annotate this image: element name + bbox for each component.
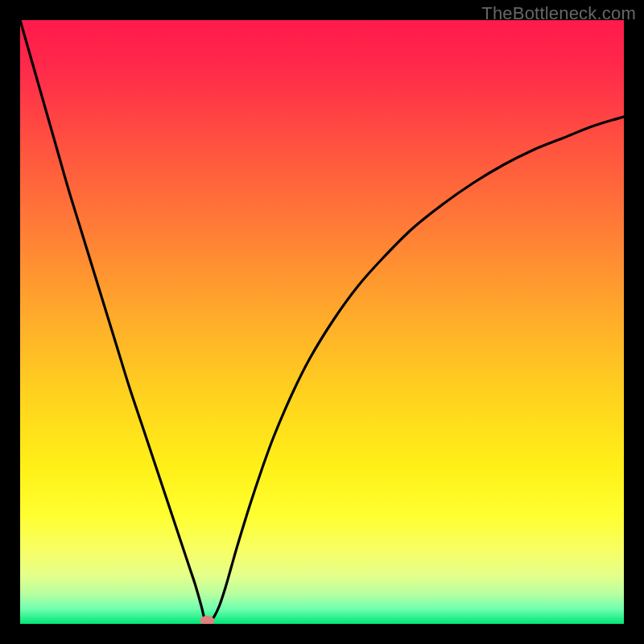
chart-frame: TheBottleneck.com (0, 0, 644, 644)
gradient-background (20, 20, 624, 624)
plot-svg (20, 20, 624, 624)
watermark-text: TheBottleneck.com (481, 3, 636, 24)
plot-area (20, 20, 624, 624)
